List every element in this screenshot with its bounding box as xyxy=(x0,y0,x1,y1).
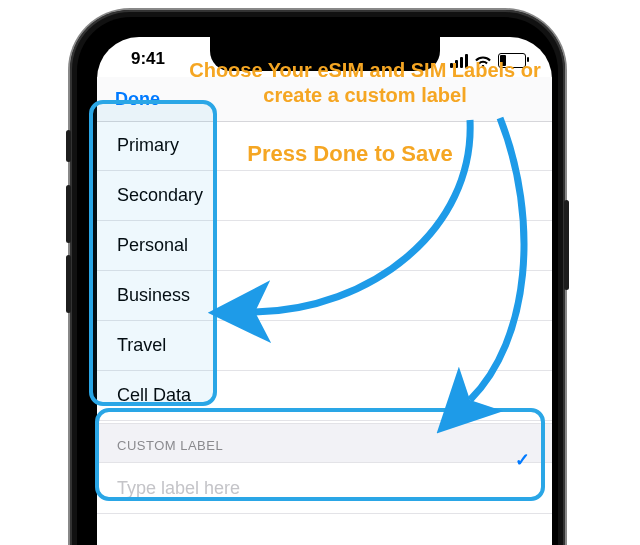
volume-up-button xyxy=(66,185,71,243)
custom-label-header-text: CUSTOM LABEL xyxy=(117,438,223,453)
volume-down-button xyxy=(66,255,71,313)
side-button xyxy=(564,200,569,290)
status-bar: 9:41 xyxy=(97,47,552,71)
custom-label-input[interactable] xyxy=(97,463,552,513)
cellular-icon xyxy=(450,54,468,68)
list-item-cell-data[interactable]: Cell Data xyxy=(97,371,552,421)
phone-frame: 9:41 Done Primary Secondary Perso xyxy=(70,10,565,545)
list-item-primary[interactable]: Primary xyxy=(97,121,552,171)
custom-label-section: CUSTOM LABEL ✓ xyxy=(97,423,552,514)
checkmark-icon: ✓ xyxy=(515,438,531,482)
custom-label-row[interactable] xyxy=(97,463,552,514)
list-item-secondary[interactable]: Secondary xyxy=(97,171,552,221)
label-list: Primary Secondary Personal Business Trav… xyxy=(97,121,552,421)
done-button[interactable]: Done xyxy=(115,89,160,110)
battery-icon xyxy=(498,53,526,68)
list-item-personal[interactable]: Personal xyxy=(97,221,552,271)
stage: 9:41 Done Primary Secondary Perso xyxy=(0,0,640,545)
list-item-business[interactable]: Business xyxy=(97,271,552,321)
mute-switch xyxy=(66,130,71,162)
nav-bar: Done xyxy=(97,77,552,122)
list-item-travel[interactable]: Travel xyxy=(97,321,552,371)
screen: 9:41 Done Primary Secondary Perso xyxy=(97,37,552,545)
wifi-icon xyxy=(474,54,492,68)
custom-label-header: CUSTOM LABEL ✓ xyxy=(97,423,552,463)
status-time: 9:41 xyxy=(131,49,165,69)
phone-bezel: 9:41 Done Primary Secondary Perso xyxy=(77,17,558,545)
